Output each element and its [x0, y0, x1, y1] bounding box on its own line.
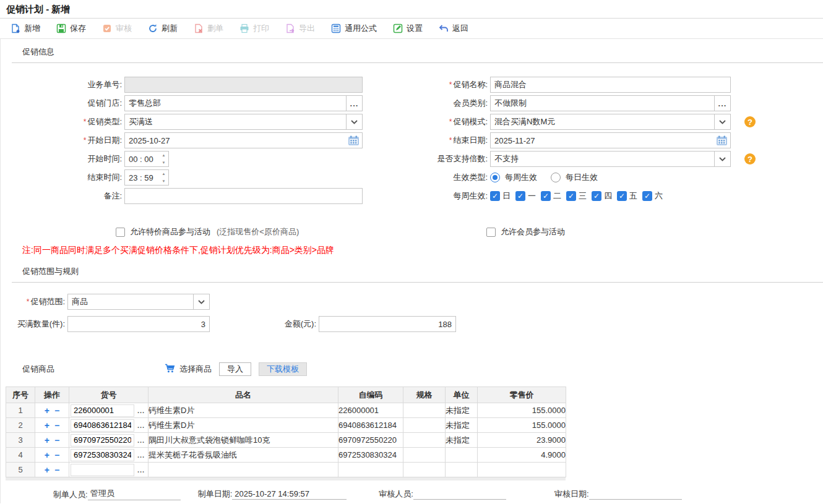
amount-input[interactable] — [319, 317, 455, 331]
allow-special-checkbox[interactable] — [116, 228, 125, 237]
start-time-stepper[interactable]: ▲▼ — [159, 152, 168, 166]
support-multiple-value[interactable] — [491, 152, 714, 166]
promo-mode-help-icon[interactable]: ? — [744, 116, 756, 127]
row-add-button[interactable]: + — [42, 406, 52, 416]
amount-field[interactable] — [319, 316, 456, 332]
weekday-checkbox-tue[interactable]: ✓ — [541, 191, 551, 201]
start-time-value[interactable]: 00 : 00 — [125, 155, 159, 164]
radio-weekly[interactable] — [490, 173, 500, 182]
row-remove-button[interactable]: − — [52, 435, 62, 445]
store-lookup-button[interactable]: ... — [346, 96, 362, 111]
spinner-down-icon[interactable]: ▼ — [159, 159, 168, 166]
weekday-checkbox-mon[interactable]: ✓ — [515, 191, 525, 201]
calendar-icon[interactable] — [345, 133, 362, 148]
item-unit: 未指定 — [446, 403, 478, 418]
item-code-input[interactable] — [71, 449, 134, 461]
chevron-down-icon[interactable] — [714, 152, 730, 166]
chevron-down-icon[interactable] — [714, 114, 730, 129]
start-date-input[interactable] — [125, 133, 345, 148]
item-name — [149, 463, 338, 477]
weekday-checkbox-sun[interactable]: ✓ — [490, 191, 500, 201]
participation-options: 允许特价商品参与活动 (泛指现售价<原价商品) 允许会员参与活动 — [1, 225, 823, 239]
weekday-checkbox-thu[interactable]: ✓ — [592, 191, 601, 201]
row-add-button[interactable]: + — [42, 450, 52, 460]
promo-name-field[interactable] — [490, 77, 731, 93]
row-remove-button[interactable]: − — [52, 406, 62, 416]
promo-mode-select[interactable] — [490, 114, 731, 130]
creator-label: 制单人员: — [53, 489, 88, 500]
start-date-field[interactable] — [124, 132, 363, 148]
promo-type-select[interactable] — [124, 114, 363, 130]
page-plus-icon — [11, 23, 20, 33]
refresh-button[interactable]: 刷新 — [140, 19, 186, 38]
weekday-checkbox-sat[interactable]: ✓ — [642, 191, 652, 201]
store-input[interactable] — [125, 96, 346, 111]
save-button[interactable]: 保存 — [48, 19, 94, 38]
back-button[interactable]: 返回 — [431, 19, 476, 38]
weekday-checkbox-group: ✓日 ✓一 ✓二 ✓三 ✓四 ✓五 ✓六 — [490, 190, 731, 202]
buy-qty-input[interactable] — [68, 317, 209, 331]
scope-select[interactable] — [67, 294, 210, 310]
weekday-checkbox-wed[interactable]: ✓ — [566, 191, 576, 201]
save-icon — [56, 23, 66, 33]
new-button[interactable]: 新增 — [2, 19, 48, 38]
allow-member-checkbox[interactable] — [486, 228, 496, 237]
weekday-checkbox-fri[interactable]: ✓ — [617, 191, 627, 201]
end-date-input[interactable] — [491, 133, 713, 148]
support-multiple-select[interactable] — [490, 151, 731, 167]
scope-value[interactable] — [68, 294, 193, 309]
row-remove-button[interactable]: − — [52, 421, 62, 430]
radio-daily[interactable] — [551, 173, 561, 182]
chevron-down-icon[interactable] — [193, 294, 209, 309]
start-time-field[interactable]: 00 : 00 ▲▼ — [124, 151, 169, 167]
end-date-field[interactable] — [490, 132, 731, 148]
promo-mode-value[interactable] — [491, 114, 714, 129]
promo-name-input[interactable] — [491, 77, 730, 92]
scope-label: *促销范围: — [1, 296, 65, 307]
row-remove-button[interactable]: − — [52, 465, 62, 475]
item-lookup-button[interactable]: ... — [134, 466, 148, 474]
support-multiple-help-icon[interactable]: ? — [744, 153, 756, 164]
item-code-input[interactable] — [71, 464, 134, 476]
remark-field[interactable] — [124, 188, 363, 204]
remark-input[interactable] — [125, 189, 362, 203]
promo-type-value[interactable] — [125, 114, 346, 129]
store-field[interactable]: ... — [124, 95, 363, 111]
item-lookup-button[interactable]: ... — [134, 451, 148, 459]
row-add-button[interactable]: + — [42, 465, 52, 475]
spinner-up-icon[interactable]: ▲ — [159, 152, 168, 159]
item-code-input[interactable] — [71, 404, 134, 417]
formula-button[interactable]: 通用公式 — [323, 19, 385, 38]
item-self-code: 6972530830324 — [338, 448, 403, 463]
spinner-down-icon[interactable]: ▼ — [159, 177, 168, 185]
item-name: 隅田川大叔意式袋泡锁鲜咖啡10克 — [149, 433, 338, 448]
end-time-stepper[interactable]: ▲▼ — [159, 170, 168, 185]
end-time-field[interactable]: 23 : 59 ▲▼ — [124, 169, 169, 186]
calendar-icon[interactable] — [713, 133, 730, 148]
member-type-field[interactable]: ... — [490, 95, 731, 111]
item-code-input[interactable] — [71, 419, 134, 432]
member-type-lookup-button[interactable]: ... — [714, 96, 730, 111]
row-add-button[interactable]: + — [42, 435, 52, 445]
end-time-value[interactable]: 23 : 59 — [125, 173, 159, 182]
item-unit: 未指定 — [446, 418, 478, 433]
select-products-button[interactable]: 选择商品 — [165, 364, 212, 375]
chevron-down-icon[interactable] — [346, 114, 362, 129]
start-time-label: 开始时间: — [1, 153, 122, 164]
buy-qty-field[interactable] — [67, 316, 210, 332]
import-button[interactable]: 导入 — [219, 362, 251, 376]
row-add-button[interactable]: + — [42, 421, 52, 430]
spinner-up-icon[interactable]: ▲ — [159, 170, 168, 177]
row-remove-button[interactable]: − — [52, 450, 62, 460]
item-lookup-button[interactable]: ... — [134, 437, 148, 444]
weekdays-label: 每周生效: — [363, 190, 488, 202]
main-panel: 促销信息 业务单号: *促销名称: 促销门店: ... 会员类别: ... — [0, 39, 823, 503]
item-lookup-button[interactable]: ... — [134, 407, 148, 414]
download-template-button[interactable]: 下载模板 — [259, 362, 307, 376]
settings-button[interactable]: 设置 — [385, 19, 431, 38]
item-lookup-button[interactable]: ... — [134, 422, 148, 429]
remark-label: 备注: — [1, 190, 122, 202]
member-type-input[interactable] — [491, 96, 714, 111]
item-code-input[interactable] — [71, 434, 134, 446]
export-icon — [285, 23, 295, 33]
